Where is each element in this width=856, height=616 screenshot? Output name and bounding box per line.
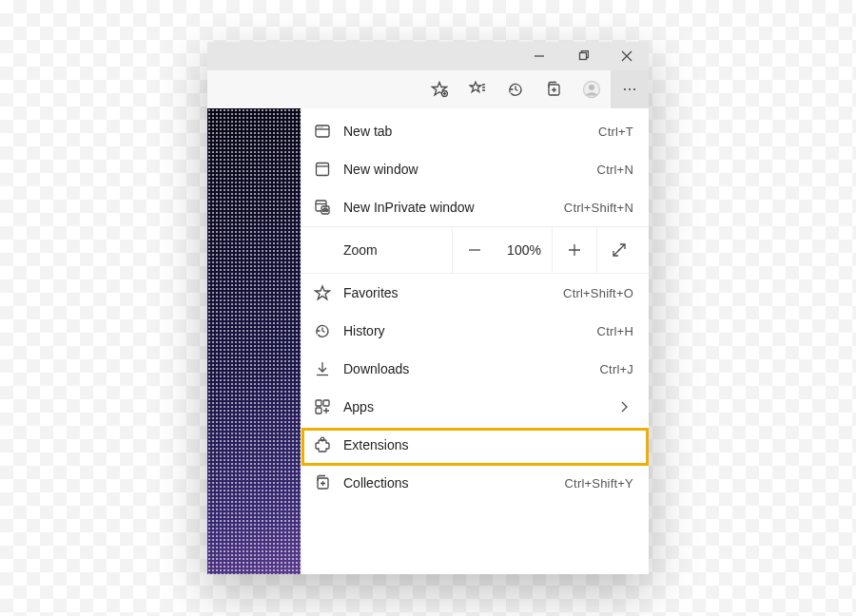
- plus-icon: [567, 242, 582, 258]
- menu-item-downloads[interactable]: Downloads Ctrl+J: [302, 350, 649, 388]
- zoom-label: Zoom: [343, 242, 378, 258]
- zoom-level: 100%: [496, 227, 552, 273]
- zoom-out-button[interactable]: [452, 227, 496, 273]
- new-window-icon: [313, 160, 332, 179]
- star-plus-icon: [431, 81, 448, 98]
- minus-icon: [467, 242, 482, 258]
- chevron-right-icon: [617, 400, 631, 414]
- window-minimize-button[interactable]: [517, 42, 561, 70]
- favorites-bar-icon: [469, 81, 486, 98]
- apps-icon: [313, 397, 332, 416]
- collections-icon: [545, 81, 562, 98]
- svg-rect-17: [316, 400, 321, 406]
- fullscreen-button[interactable]: [596, 227, 641, 273]
- menu-item-new-window[interactable]: New window Ctrl+N: [302, 150, 649, 188]
- menu-item-history[interactable]: History Ctrl+H: [302, 312, 649, 350]
- browser-toolbar: [207, 70, 649, 108]
- window-restore-button[interactable]: [561, 42, 605, 70]
- menu-group-zoom: Zoom 100%: [302, 227, 649, 274]
- menu-item-new-inprivate[interactable]: New InPrivate window Ctrl+Shift+N: [302, 188, 649, 226]
- window-close-button[interactable]: [605, 42, 649, 70]
- download-icon: [313, 359, 332, 378]
- svg-rect-19: [316, 408, 321, 414]
- new-tab-icon: [313, 122, 332, 141]
- menu-shortcut: Ctrl+Shift+Y: [565, 476, 634, 491]
- window-titlebar: [207, 42, 649, 70]
- svg-rect-18: [323, 400, 329, 406]
- svg-point-6: [629, 88, 631, 90]
- restore-icon: [577, 50, 589, 62]
- browser-window: New tab Ctrl+T New window Ctrl+N: [207, 42, 649, 574]
- menu-shortcut: Ctrl+Shift+N: [564, 201, 633, 215]
- menu-item-new-tab[interactable]: New tab Ctrl+T: [302, 112, 649, 150]
- svg-rect-12: [317, 164, 329, 176]
- menu-label: Apps: [332, 399, 614, 414]
- submenu-indicator: [614, 397, 633, 416]
- collections-button[interactable]: [535, 70, 573, 108]
- favorites-button[interactable]: [458, 70, 496, 108]
- menu-shortcut: Ctrl+J: [599, 362, 633, 376]
- menu-label: Downloads: [332, 361, 599, 376]
- fullscreen-icon: [612, 242, 627, 258]
- minimize-icon: [534, 50, 545, 62]
- menu-label: Collections: [332, 475, 565, 491]
- menu-shortcut: Ctrl+N: [597, 163, 633, 177]
- menu-label: New InPrivate window: [332, 200, 564, 215]
- svg-point-20: [321, 437, 324, 441]
- zoom-in-button[interactable]: [552, 227, 596, 273]
- collections-icon: [313, 473, 332, 492]
- svg-point-11: [321, 126, 322, 127]
- profile-button[interactable]: [573, 70, 611, 108]
- svg-point-7: [633, 88, 635, 90]
- settings-and-more-button[interactable]: [611, 70, 649, 108]
- menu-label: New tab: [332, 124, 598, 139]
- close-icon: [621, 50, 632, 62]
- star-icon: [313, 283, 332, 302]
- menu-shortcut: Ctrl+Shift+O: [563, 286, 633, 300]
- menu-label: New window: [332, 162, 597, 177]
- window-content: New tab Ctrl+T New window Ctrl+N: [207, 108, 649, 574]
- menu-group-tabs: New tab Ctrl+T New window Ctrl+N: [302, 112, 649, 227]
- menu-item-favorites[interactable]: Favorites Ctrl+Shift+O: [302, 274, 649, 312]
- menu-item-extensions[interactable]: Extensions: [302, 426, 649, 464]
- ellipsis-icon: [621, 81, 638, 98]
- history-button[interactable]: [496, 70, 535, 108]
- profile-icon: [582, 80, 601, 99]
- add-favorite-button[interactable]: [420, 70, 458, 108]
- menu-item-apps[interactable]: Apps: [302, 388, 649, 426]
- svg-point-4: [589, 85, 594, 90]
- menu-item-zoom: Zoom 100%: [302, 227, 649, 273]
- svg-rect-0: [580, 53, 587, 60]
- menu-shortcut: Ctrl+T: [598, 125, 633, 139]
- menu-item-collections[interactable]: Collections Ctrl+Shift+Y: [302, 464, 649, 502]
- page-content-preview: [207, 108, 301, 574]
- svg-point-9: [318, 126, 319, 127]
- history-icon: [313, 321, 332, 340]
- settings-menu: New tab Ctrl+T New window Ctrl+N: [302, 108, 649, 574]
- svg-point-5: [624, 88, 626, 90]
- extensions-icon: [313, 435, 332, 454]
- svg-point-10: [320, 126, 321, 127]
- inprivate-icon: [313, 198, 332, 217]
- menu-label: History: [332, 323, 597, 338]
- menu-label: Extensions: [332, 437, 633, 452]
- history-icon: [507, 81, 524, 98]
- menu-group-main: Favorites Ctrl+Shift+O History Ctrl+H: [302, 274, 649, 502]
- menu-shortcut: Ctrl+H: [597, 324, 633, 338]
- menu-label: Favorites: [332, 285, 563, 300]
